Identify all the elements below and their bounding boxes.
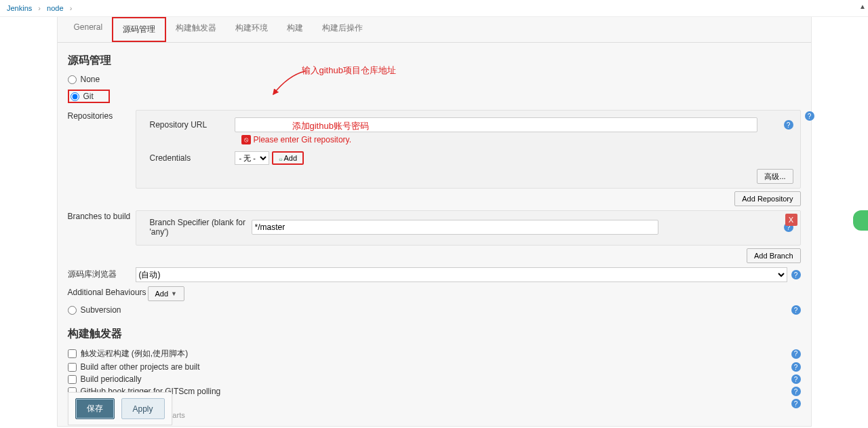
help-icon[interactable]: ? — [791, 387, 801, 396]
help-icon[interactable]: ? — [791, 399, 801, 408]
addl-behaviours-add-button[interactable]: Add ▼ — [148, 286, 185, 301]
repo-url-label: Repository URL — [143, 120, 235, 130]
branches-box: X Branch Specifier (blank for 'any') ? — [136, 210, 801, 246]
trigger-periodic-row[interactable]: Build periodically ? — [68, 374, 801, 384]
save-button[interactable]: 保存 — [75, 398, 115, 419]
help-icon[interactable]: ? — [791, 362, 801, 372]
repo-url-error: ⦸ Please enter Git repository. — [241, 135, 793, 144]
breadcrumb-root[interactable]: Jenkins — [7, 4, 32, 12]
addl-behaviours-label: Additional Behaviours — [68, 286, 148, 297]
scm-git-radio[interactable] — [71, 92, 79, 101]
help-icon[interactable]: ? — [791, 349, 801, 359]
scroll-up-icon[interactable]: ▲ — [859, 3, 866, 10]
scm-none-label: None — [81, 75, 100, 84]
branch-specifier-label: Branch Specifier (blank for 'any') — [143, 218, 252, 237]
help-icon[interactable]: ? — [791, 270, 801, 279]
config-tabs: General 源码管理 构建触发器 构建环境 构建 构建后操作 — [58, 17, 811, 43]
section-triggers-title: 构建触发器 — [68, 327, 801, 341]
scm-git-row[interactable]: Git — [68, 90, 110, 103]
trigger-after-other-label: Build after other projects are built — [81, 362, 200, 372]
section-scm-title: 源码管理 — [68, 54, 801, 68]
trigger-remote-row[interactable]: 触发远程构建 (例如,使用脚本) ? — [68, 348, 801, 359]
trigger-after-other-row[interactable]: Build after other projects are built ? — [68, 362, 801, 372]
help-icon[interactable]: ? — [805, 111, 814, 121]
breadcrumb-sep-icon: › — [34, 4, 45, 12]
credentials-add-label: Add — [284, 154, 298, 162]
key-icon: ⏛ — [279, 155, 283, 162]
trigger-github-hook-row[interactable]: GitHub hook trigger for GITScm polling ? — [68, 387, 801, 396]
credentials-label: Credentials — [143, 153, 235, 163]
add-branch-button[interactable]: Add Branch — [747, 248, 800, 263]
tab-scm[interactable]: 源码管理 — [112, 17, 166, 42]
repositories-box: Repository URL ? ⦸ Please enter Git repo… — [136, 110, 801, 189]
apply-button[interactable]: Apply — [121, 398, 165, 419]
scm-browser-label: 源码库浏览器 — [68, 267, 136, 280]
scm-svn-label: Subversion — [81, 305, 121, 315]
error-icon: ⦸ — [241, 135, 251, 144]
trigger-periodic-label: Build periodically — [81, 374, 142, 384]
scm-browser-select[interactable]: (自动) — [136, 267, 787, 282]
scm-svn-radio[interactable] — [68, 306, 77, 315]
tab-triggers[interactable]: 构建触发器 — [166, 17, 226, 42]
trigger-periodic-checkbox[interactable] — [68, 375, 77, 384]
repositories-label: Repositories — [68, 110, 136, 121]
delete-branch-button[interactable]: X — [785, 214, 797, 226]
breadcrumb: Jenkins › node › — [0, 0, 868, 17]
trigger-remote-label: 触发远程构建 (例如,使用脚本) — [81, 348, 189, 359]
credentials-select[interactable]: - 无 - — [235, 151, 269, 165]
scm-svn-row[interactable]: Subversion ? — [68, 305, 801, 315]
content: 源码管理 None Git Repositories Repository UR… — [58, 43, 811, 426]
caret-down-icon: ▼ — [171, 290, 177, 297]
scm-git-label: Git — [83, 92, 94, 101]
branch-specifier-input[interactable] — [252, 220, 658, 235]
scm-none-row[interactable]: None — [68, 75, 801, 84]
tab-general[interactable]: General — [64, 17, 113, 42]
trigger-after-other-checkbox[interactable] — [68, 363, 77, 372]
advanced-button[interactable]: 高级... — [757, 169, 793, 184]
float-badge-icon[interactable] — [853, 210, 868, 231]
addl-behaviours-add-label: Add — [155, 290, 169, 298]
error-text: Please enter Git repository. — [254, 135, 352, 144]
trigger-poll-scm-row[interactable]: Poll SCM ? — [68, 399, 801, 408]
add-repository-button[interactable]: Add Repository — [734, 191, 800, 206]
footer-bar: 保存 Apply — [68, 392, 172, 425]
breadcrumb-sep-icon: › — [66, 4, 77, 12]
help-icon[interactable]: ? — [791, 374, 801, 384]
tab-env[interactable]: 构建环境 — [226, 17, 277, 42]
branches-label: Branches to build — [68, 210, 136, 221]
help-icon[interactable]: ? — [791, 305, 801, 315]
help-icon[interactable]: ? — [784, 120, 793, 130]
page-wrapper: General 源码管理 构建触发器 构建环境 构建 构建后操作 源码管理 No… — [57, 17, 812, 427]
credentials-add-button[interactable]: ⏛ Add — [272, 151, 304, 165]
repo-url-input[interactable] — [235, 117, 758, 132]
footer-note: build starts — [149, 411, 801, 419]
breadcrumb-node[interactable]: node — [47, 4, 63, 12]
trigger-remote-checkbox[interactable] — [68, 349, 77, 358]
tab-build[interactable]: 构建 — [277, 17, 313, 42]
tab-post[interactable]: 构建后操作 — [313, 17, 372, 42]
scm-none-radio[interactable] — [68, 75, 77, 84]
